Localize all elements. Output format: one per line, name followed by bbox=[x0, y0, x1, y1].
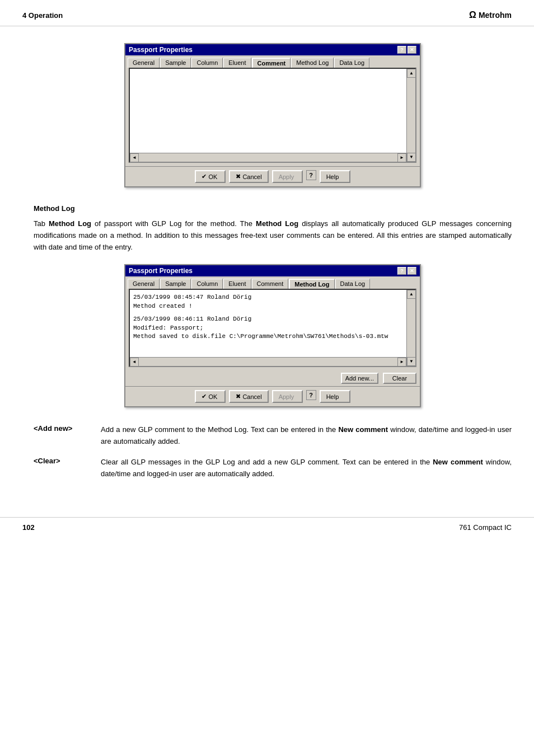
ok-check-icon-2: ✔ bbox=[202, 393, 207, 400]
tab-sample-1[interactable]: Sample bbox=[160, 58, 191, 68]
dialog1-scroll-up[interactable]: ▲ bbox=[407, 69, 416, 78]
dialog1-scroll-down[interactable]: ▼ bbox=[407, 153, 416, 162]
dialog1-title-buttons: ? ✕ bbox=[397, 46, 416, 54]
page-product: 761 Compact IC bbox=[459, 523, 512, 532]
tab-datalog-2[interactable]: Data Log bbox=[335, 279, 371, 289]
dialog-comment: Passport Properties ? ✕ General Sample C… bbox=[124, 43, 421, 187]
add-new-button[interactable]: Add new... bbox=[341, 373, 378, 384]
dialog2-close-title-btn[interactable]: ✕ bbox=[407, 267, 416, 275]
clear-button[interactable]: Clear bbox=[383, 373, 416, 384]
tab-general-2[interactable]: General bbox=[128, 279, 160, 289]
dialog2-title: Passport Properties bbox=[129, 267, 193, 275]
dialog1-ok-button[interactable]: ✔ OK bbox=[195, 170, 226, 183]
section-body-text: Tab Method Log of passport with GLP Log … bbox=[34, 218, 512, 253]
dialog1-footer: ✔ OK ✖ Cancel Apply ? Help bbox=[125, 166, 420, 186]
ok-check-icon: ✔ bbox=[202, 173, 207, 180]
dialog2-body: 25/03/1999 08:45:47 Roland Dörig Method … bbox=[129, 289, 416, 367]
dialog1-titlebar: Passport Properties ? ✕ bbox=[125, 44, 420, 55]
desc-clear: <Clear> Clear all GLP messages in the GL… bbox=[34, 457, 512, 480]
dialog2-scroll-down[interactable]: ▼ bbox=[407, 357, 416, 366]
dialog2-scrollbar-h[interactable]: ◄ ► bbox=[130, 357, 406, 366]
dialog1-help-button[interactable]: ? bbox=[306, 170, 316, 180]
dialog2-footer: ✔ OK ✖ Cancel Apply ? Help bbox=[125, 386, 420, 406]
dialog1-scrollbar-h[interactable]: ◄ ► bbox=[130, 153, 406, 162]
log-entry-1: 25/03/1999 08:45:47 Roland Dörig Method … bbox=[133, 293, 404, 311]
method-log-bold-2: Method Log bbox=[256, 219, 298, 228]
dialog1-tabs: General Sample Column Eluent Comment Met… bbox=[125, 55, 420, 68]
dialog2-help-title-btn[interactable]: ? bbox=[397, 267, 406, 275]
dialog1-title: Passport Properties bbox=[129, 46, 193, 54]
dialog1-help-text-button[interactable]: Help bbox=[320, 170, 350, 183]
desc-add-new-def: Add a new GLP comment to the Method Log.… bbox=[101, 424, 512, 448]
log-entry-2-line1: 25/03/1999 08:46:11 Roland Dörig bbox=[133, 315, 404, 323]
dialog1-help-title-btn[interactable]: ? bbox=[397, 46, 406, 54]
dialog2-action-row: Add new... Clear bbox=[125, 370, 420, 386]
dialog1-scroll-right[interactable]: ► bbox=[397, 153, 406, 162]
dialog2-title-buttons: ? ✕ bbox=[397, 267, 416, 275]
section-heading: Method Log bbox=[34, 204, 512, 213]
dialog2-ok-button[interactable]: ✔ OK bbox=[195, 390, 226, 403]
tab-general-1[interactable]: General bbox=[128, 58, 160, 68]
metrohm-logo-icon: Ω bbox=[469, 10, 476, 20]
dialog2-help-text-button[interactable]: Help bbox=[320, 390, 350, 403]
cancel-x-icon: ✖ bbox=[236, 173, 241, 180]
brand-area: Ω Metrohm bbox=[469, 10, 512, 20]
brand-name: Metrohm bbox=[479, 11, 512, 20]
desc-add-new-term: <Add new> bbox=[34, 424, 90, 433]
tab-eluent-1[interactable]: Eluent bbox=[223, 58, 251, 68]
new-comment-bold-1: New comment bbox=[338, 425, 388, 434]
cancel-x-icon-2: ✖ bbox=[236, 393, 241, 400]
dialog2-apply-button: Apply bbox=[272, 390, 303, 403]
dialog1-scrollbar-v[interactable]: ▲ ▼ bbox=[406, 69, 415, 162]
tab-datalog-1[interactable]: Data Log bbox=[334, 58, 369, 68]
dialog2-titlebar: Passport Properties ? ✕ bbox=[125, 265, 420, 276]
dialog1-scroll-left[interactable]: ◄ bbox=[130, 153, 139, 162]
tab-sample-2[interactable]: Sample bbox=[160, 279, 191, 289]
section-label: 4 Operation bbox=[22, 11, 63, 20]
dialog1-apply-button: Apply bbox=[272, 170, 303, 183]
dialog2-cancel-button[interactable]: ✖ Cancel bbox=[229, 390, 268, 403]
dialog-methodlog: Passport Properties ? ✕ General Sample C… bbox=[124, 264, 421, 407]
tab-comment-1[interactable]: Comment bbox=[252, 58, 291, 68]
tab-column-2[interactable]: Column bbox=[191, 279, 223, 289]
log-entry-2-line3: Method saved to disk.file C:\Programme\M… bbox=[133, 332, 404, 341]
log-entry-2: 25/03/1999 08:46:11 Roland Dörig Modifie… bbox=[133, 315, 404, 341]
tab-column-1[interactable]: Column bbox=[191, 58, 223, 68]
dialog1-cancel-button[interactable]: ✖ Cancel bbox=[229, 170, 268, 183]
dialog2-scrollbar-v[interactable]: ▲ ▼ bbox=[406, 290, 415, 366]
method-log-bold-1: Method Log bbox=[49, 219, 91, 228]
page-number: 102 bbox=[22, 523, 35, 532]
tab-eluent-2[interactable]: Eluent bbox=[223, 279, 251, 289]
page-header: 4 Operation Ω Metrohm bbox=[0, 0, 534, 26]
dialog2-help-button[interactable]: ? bbox=[306, 390, 316, 400]
page-footer: 102 761 Compact IC bbox=[0, 517, 534, 537]
tab-methodlog-2[interactable]: Method Log bbox=[289, 279, 334, 289]
dialog2-scroll-up[interactable]: ▲ bbox=[407, 290, 416, 299]
desc-clear-def: Clear all GLP messages in the GLP Log an… bbox=[101, 457, 512, 480]
tab-comment-2[interactable]: Comment bbox=[252, 279, 289, 289]
dialog2-scroll-right[interactable]: ► bbox=[397, 358, 406, 367]
log-entry-1-line2: Method created ! bbox=[133, 302, 404, 311]
log-entry-2-line2: Modified: Passport; bbox=[133, 324, 404, 332]
dialog2-tabs: General Sample Column Eluent Comment Met… bbox=[125, 276, 420, 289]
description-list: <Add new> Add a new GLP comment to the M… bbox=[34, 424, 512, 480]
new-comment-bold-2: New comment bbox=[433, 458, 483, 466]
dialog2-scroll-left[interactable]: ◄ bbox=[130, 358, 139, 367]
dialog1-close-title-btn[interactable]: ✕ bbox=[407, 46, 416, 54]
desc-clear-term: <Clear> bbox=[34, 457, 90, 465]
desc-add-new: <Add new> Add a new GLP comment to the M… bbox=[34, 424, 512, 448]
tab-methodlog-1[interactable]: Method Log bbox=[291, 58, 334, 68]
dialog1-body: ▲ ▼ ◄ ► bbox=[129, 68, 416, 163]
page-content: Passport Properties ? ✕ General Sample C… bbox=[0, 26, 534, 506]
log-entry-1-line1: 25/03/1999 08:45:47 Roland Dörig bbox=[133, 293, 404, 302]
